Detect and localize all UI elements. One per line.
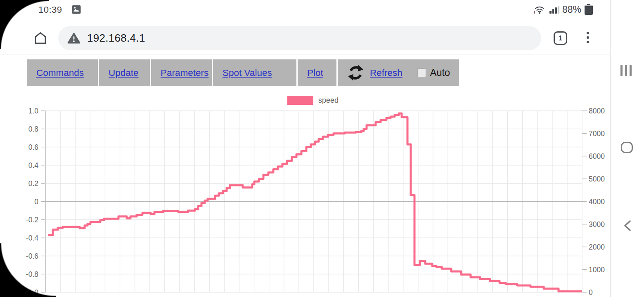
left-axis-tick-label: 0.2	[28, 179, 38, 188]
parameters-link[interactable]: Parameters	[161, 68, 208, 78]
menu-item-refresh: Refresh Auto	[338, 59, 459, 86]
left-axis-tick-label: 1.0	[28, 107, 39, 115]
refresh-link[interactable]: Refresh	[370, 68, 402, 78]
left-axis-tick-label: -0.2	[26, 216, 38, 224]
page-menu: Commands Update Parameters Spot Values P…	[27, 59, 459, 86]
legend-swatch	[287, 96, 313, 105]
right-axis-tick-label: 2000	[589, 243, 605, 251]
spot-values-link[interactable]: Spot Values	[223, 68, 272, 78]
left-axis-tick-label: -0.6	[26, 252, 38, 260]
menu-item-parameters[interactable]: Parameters	[151, 59, 212, 86]
commands-link[interactable]: Commands	[36, 68, 84, 78]
left-axis-tick-label: 0.8	[28, 125, 38, 133]
refresh-icon[interactable]	[347, 64, 364, 81]
speed-line-series	[48, 113, 582, 291]
auto-label: Auto	[430, 67, 450, 78]
menu-item-update[interactable]: Update	[99, 59, 150, 86]
phone-screen: 10:39 ! 88% 192.168.4.1 1	[0, 0, 644, 297]
left-axis-tick-label: 0.6	[28, 143, 38, 151]
left-axis-tick-label: -1.0	[26, 288, 38, 297]
legend-label: speed	[318, 96, 339, 105]
speed-chart: 1.00.80.60.40.20-0.2-0.4-0.6-0.8-1.08000…	[0, 0, 644, 297]
plot-link[interactable]: Plot	[307, 68, 323, 78]
right-axis-tick-label: 8000	[589, 107, 605, 115]
right-axis-tick-label: 0	[589, 288, 593, 297]
menu-item-spot-values[interactable]: Spot Values	[213, 59, 296, 86]
chart-legend[interactable]: speed	[287, 96, 339, 105]
right-axis-tick-label: 3000	[589, 220, 605, 229]
chart-grid: 1.00.80.60.40.20-0.2-0.4-0.6-0.8-1.08000…	[26, 107, 605, 297]
left-axis-tick-label: 0.4	[28, 161, 39, 170]
menu-item-commands[interactable]: Commands	[27, 59, 98, 86]
left-axis-tick-label: 0	[34, 198, 38, 206]
right-axis-tick-label: 1000	[589, 266, 605, 274]
left-axis-tick-label: -0.8	[26, 270, 38, 278]
auto-checkbox[interactable]	[417, 68, 426, 77]
right-axis-tick-label: 7000	[589, 130, 605, 138]
right-axis-tick-label: 6000	[589, 152, 605, 160]
left-axis-tick-label: -0.4	[26, 234, 38, 242]
right-axis-tick-label: 5000	[589, 175, 605, 183]
right-axis-tick-label: 4000	[589, 198, 605, 206]
menu-item-plot[interactable]: Plot	[298, 59, 336, 86]
update-link[interactable]: Update	[109, 68, 139, 78]
